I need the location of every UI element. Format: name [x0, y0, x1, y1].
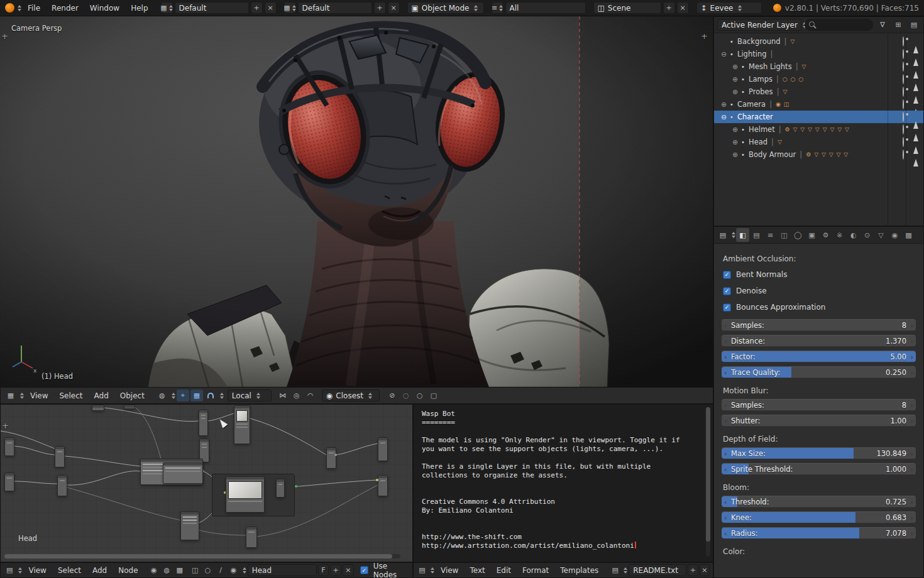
shader-node[interactable] [4, 437, 14, 456]
shader-node[interactable] [57, 475, 67, 496]
visibility-eye-icon[interactable] [903, 124, 904, 134]
editor-type-icon[interactable]: ▦ [4, 390, 17, 401]
render-properties-tab[interactable]: ◧ [736, 228, 749, 242]
falloff-icon[interactable]: ◠ [304, 390, 317, 401]
shader-node[interactable] [276, 479, 285, 498]
render-engine-select[interactable]: ↕ Eevee [696, 2, 762, 14]
filter-icon[interactable]: ∇ [876, 19, 889, 31]
outliner-row-helmet[interactable]: ⊕• Helmet| ⚙ ▽ ▽ ▽ ▽ ▽ ▽ ▽ ▽ [714, 123, 923, 136]
visibility-eye-icon[interactable] [903, 74, 904, 84]
menu-text[interactable]: Text [465, 566, 490, 575]
shader-node[interactable] [124, 405, 135, 409]
transform-orientation-select[interactable]: Local [228, 390, 272, 401]
shader-node[interactable] [378, 475, 388, 496]
pin-icon[interactable]: ○ [202, 564, 213, 576]
visibility-eye-icon[interactable] [903, 49, 904, 59]
fake-user-button[interactable]: F [318, 564, 329, 576]
menu-window[interactable]: Window [85, 4, 124, 13]
visibility-eye-icon[interactable] [903, 112, 904, 122]
outliner-row-camera[interactable]: ⊕• Camera| ◉ ◫ [714, 98, 923, 111]
texture-icon[interactable]: ◫ [189, 564, 201, 576]
bounces-approximation-checkbox[interactable]: ✓ Bounces Approximation [723, 299, 923, 315]
physics-properties-tab[interactable]: ◐ [847, 228, 860, 242]
layers-icon-button[interactable]: ≡ [492, 2, 503, 14]
modifier-properties-tab[interactable]: ⚙ [819, 228, 832, 242]
visibility-eye-icon[interactable] [903, 99, 904, 109]
text-editor[interactable]: Wasp Bot ======== The model is using "On… [413, 404, 713, 562]
remove-layout-button[interactable]: × [388, 2, 400, 14]
view-layer-properties-tab[interactable]: ≡ [764, 228, 777, 242]
workspace-select-b[interactable]: Default [298, 2, 372, 14]
material-browse-icon[interactable]: ◉ [228, 564, 239, 576]
texture-properties-tab[interactable]: ▩ [902, 228, 915, 242]
shader-node[interactable] [378, 437, 388, 461]
selectability-cursor-icon[interactable] [913, 150, 918, 166]
scene-lights-icon[interactable]: ◌ [400, 390, 412, 401]
outliner-row-lighting[interactable]: ⊖• Lighting| [714, 48, 923, 60]
snap-dropdown-icon[interactable] [220, 393, 224, 399]
outliner-display-mode-select[interactable]: Active Render Layer [717, 19, 801, 31]
node-editor-type-dropdown-icon[interactable] [18, 567, 22, 574]
visibility-eye-icon[interactable] [903, 150, 904, 160]
image-texture-node[interactable] [226, 476, 265, 513]
workspace-select-a[interactable]: Default [175, 2, 249, 14]
outliner-row-background[interactable]: • Background| ▽ [714, 35, 923, 48]
constraints-properties-tab[interactable]: ⊙ [861, 228, 874, 242]
menu-render[interactable]: Render [47, 4, 84, 13]
mb-shutter-slider[interactable]: ‹ Shutter:1.00 › [722, 415, 916, 427]
orbit-dropdown-icon[interactable] [172, 393, 175, 399]
text-browse-dropdown-icon[interactable] [624, 567, 627, 574]
shader-type-world-icon[interactable]: ◍ [161, 564, 172, 576]
snap-magnet-icon[interactable] [204, 390, 217, 401]
sidebar-expand-icon[interactable]: + [701, 31, 708, 41]
dof-sprite-threshold-slider[interactable]: ‹ Sprite Threshold:1.000 › [722, 463, 916, 475]
orbit-icon[interactable]: ◍ [156, 390, 168, 401]
remove-scene-button[interactable]: × [677, 2, 689, 14]
ao-samples-slider[interactable]: ‹ Samples:8 › [722, 319, 916, 331]
dof-max-size-slider[interactable]: ‹ Max Size:130.849 › [722, 447, 916, 459]
app-menu-dropdown-icon[interactable] [18, 5, 21, 11]
text-editor-type-dropdown-icon[interactable] [431, 567, 434, 574]
object-properties-tab[interactable]: ▣ [805, 228, 818, 242]
visibility-eye-icon[interactable] [903, 137, 904, 147]
image-texture-node[interactable] [234, 405, 250, 444]
proportional-edit-icon[interactable]: ◎ [290, 390, 303, 401]
visibility-eye-icon[interactable] [903, 87, 904, 97]
ao-factor-slider[interactable]: ‹ Factor:5.00 › [722, 351, 916, 363]
output-properties-tab[interactable]: ▤ [750, 228, 763, 242]
outliner-search-input[interactable] [805, 19, 873, 31]
xray-toggle-icon[interactable]: ⊘ [386, 390, 399, 401]
add-scene-button[interactable]: + [663, 2, 675, 14]
menu-format[interactable]: Format [517, 566, 554, 575]
visibility-eye-icon[interactable] [903, 36, 904, 46]
editor-type-dropdown-icon[interactable] [20, 393, 24, 399]
outliner-row-character[interactable]: ⊖• Character [714, 111, 923, 123]
menu-add[interactable]: Add [87, 566, 112, 575]
shader-node-editor[interactable]: + Head [0, 404, 413, 562]
visibility-eye-icon[interactable] [903, 62, 904, 72]
menu-add[interactable]: Add [89, 391, 114, 400]
shader-node[interactable] [199, 410, 208, 436]
outliner-row-mesh-lights[interactable]: ⊕• Mesh Lights| ▽ [714, 60, 923, 73]
viewport-3d[interactable]: Camera Persp + + x (1) Head [0, 16, 713, 387]
layout-icon[interactable]: ▦ [284, 2, 296, 14]
toolbar-expand-icon[interactable]: + [1, 31, 8, 41]
overlays-toggle-icon[interactable]: ▦ [190, 390, 203, 401]
menu-node[interactable]: Node [113, 566, 143, 575]
text-browse-icon[interactable]: ▤ [610, 564, 620, 576]
scene-select[interactable]: ◫ Scene [593, 2, 661, 14]
render-pass-icon[interactable]: ▢ [427, 390, 440, 401]
menu-view[interactable]: View [23, 566, 51, 575]
bloom-threshold-slider[interactable]: ‹ Threshold:0.725 › [722, 496, 916, 508]
shader-node[interactable] [55, 446, 65, 467]
text-editor-type-icon[interactable]: ▤ [417, 564, 427, 576]
menu-edit[interactable]: Edit [492, 566, 516, 575]
shader-node[interactable] [326, 447, 336, 469]
scene-properties-tab[interactable]: ◫ [778, 228, 791, 242]
axis-gizmo[interactable]: x [5, 341, 38, 373]
node-editor-hscrollbar[interactable] [4, 554, 400, 559]
display-mode-icon[interactable]: ▤ [908, 19, 920, 31]
gizmo-toggle-icon[interactable]: ⌖ [177, 390, 189, 401]
new-text-button[interactable]: + [688, 564, 698, 576]
unlink-material-button[interactable]: × [343, 564, 354, 576]
